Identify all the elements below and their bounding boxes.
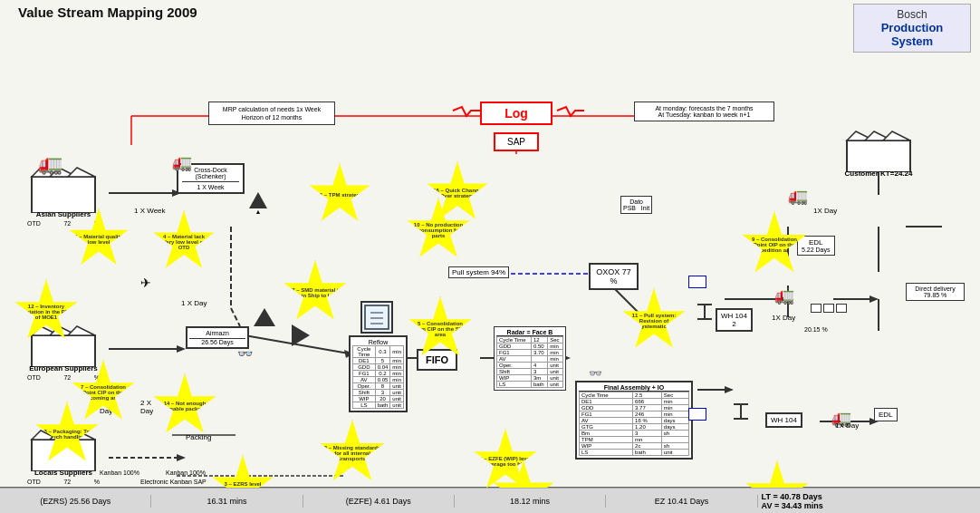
bottom-seg1: (EZRS) 25.56 Days xyxy=(0,495,151,508)
log-box: Log xyxy=(480,102,552,125)
header-title: Value Stream Mapping 2009 xyxy=(18,4,197,22)
svg-rect-58 xyxy=(365,305,389,329)
customer-box: Customer KT=24.24 xyxy=(842,127,915,178)
bottom-seg2: 16.31 mins xyxy=(151,495,303,508)
mrp-box: MRP calculation of needs 1x Week Horizon… xyxy=(208,102,335,125)
inspection-icon1: 👓 xyxy=(237,346,253,361)
ibeam1 xyxy=(697,304,712,320)
1x-day-customer1: 1X Day xyxy=(813,207,837,215)
kanban100-2: Kanban 100% xyxy=(166,469,206,476)
burst-tpm: 15 – TPM strategy xyxy=(308,163,371,227)
percent-label: 20.15 % xyxy=(804,326,828,333)
wh104-box2: WH 104 xyxy=(765,412,802,428)
svg-line-8 xyxy=(231,308,240,326)
svg-rect-54 xyxy=(847,140,910,172)
svg-marker-38 xyxy=(725,386,734,393)
direct-delivery: Direct delivery 79.85 % xyxy=(906,283,965,301)
bottom-seg4: 18.12 mins xyxy=(455,495,606,508)
kanban-box1 xyxy=(688,276,706,288)
diagram-area: MRP calculation of needs 1x Week Horizon… xyxy=(0,45,980,488)
burst-ezrs: 3 – EZRS level coverage too high xyxy=(211,455,274,488)
sap-box: SAP xyxy=(494,132,539,151)
kanban100-1: Kanban 100% xyxy=(100,469,139,476)
bottom-seg5: EZ 10.41 Days xyxy=(606,495,757,508)
svg-rect-42 xyxy=(32,177,95,213)
1x-day-customer3: 1X Day xyxy=(835,421,859,430)
push-triangle2 xyxy=(292,324,310,346)
svg-rect-46 xyxy=(32,335,95,367)
svg-marker-45 xyxy=(68,168,95,177)
dato-psb: Dato PSB Init xyxy=(620,196,652,214)
2x-day-label: 2 XDay xyxy=(140,399,153,415)
packing-label: Packing xyxy=(186,433,211,441)
small-boxes-edl xyxy=(811,304,847,313)
edl-box1: EDL 5.22 Days xyxy=(797,236,835,256)
truck-asian: 🚛 xyxy=(38,152,62,176)
svg-marker-34 xyxy=(177,454,186,461)
bosch-system: Production System xyxy=(861,21,963,48)
pull-system-label: Pull system 94% xyxy=(448,266,509,278)
svg-marker-10 xyxy=(177,345,186,353)
bottom-seg3: (EZFE) 4.61 Days xyxy=(303,495,455,508)
svg-marker-49 xyxy=(68,326,95,335)
burst-pull-revision: 11 – Pull system: Revision of systematic… xyxy=(621,288,687,353)
ibeam2 xyxy=(734,403,748,420)
burst-material-lack: 4 – Material lack Very low level of OTD xyxy=(152,210,216,274)
burst-returnable: 14 – Not enough returnable packaging xyxy=(152,373,217,439)
bottom-lt-av: LT = 40.78 Days AV = 34.43 mins xyxy=(758,490,980,512)
1x-day-label1: 1 X Day xyxy=(181,299,207,307)
oxox-box: OXOX 77 % xyxy=(589,263,639,290)
svg-marker-57 xyxy=(883,131,910,140)
truck-customer1: 🚛 xyxy=(788,186,808,206)
inspection-icon2: 👓 xyxy=(589,367,602,380)
kanban-box2 xyxy=(688,408,706,421)
reflow-box: Reflow Cycle Time0.3min DE15min GDD0.04m… xyxy=(349,335,408,412)
final-assembly-box: Final Assembly + IO Cycle Time2.5Sec DE1… xyxy=(575,381,693,460)
bottom-bar: (EZRS) 25.56 Days 16.31 mins (EZFE) 4.61… xyxy=(0,488,980,513)
smd-box xyxy=(360,301,393,334)
truck-cross-dock: 🚛 xyxy=(172,152,192,172)
burst-smd: 17 – SMD material is not in Ship to Line xyxy=(283,260,348,325)
truck-customer2: 🚛 xyxy=(774,286,794,305)
radar-box: Radar = Face B Cycle Time12Sec GDD0.50mi… xyxy=(494,326,566,391)
monday-text: At monday: forecasts the 7 months At Tue… xyxy=(634,102,774,121)
wh104-box1: WH 104 2 xyxy=(716,308,753,332)
push-triangle1 xyxy=(254,308,275,326)
1x-week-label: 1 X Week xyxy=(134,207,166,215)
1x-day-customer2: 1X Day xyxy=(772,314,795,322)
electronic-kanban: Electronic Kanban SAP xyxy=(140,479,207,485)
bosch-name: Bosch xyxy=(861,8,963,21)
edl-box2: EDL xyxy=(874,408,898,421)
burst-standards: 8 – Missing standards for all internal t… xyxy=(319,420,386,487)
airplane-icon: ✈ xyxy=(140,276,151,290)
inv-count1: ▲ xyxy=(249,192,267,215)
burst-finnish-goods: 1 – Finnish Goods coverage too high xyxy=(745,460,810,488)
svg-marker-21 xyxy=(870,295,879,303)
